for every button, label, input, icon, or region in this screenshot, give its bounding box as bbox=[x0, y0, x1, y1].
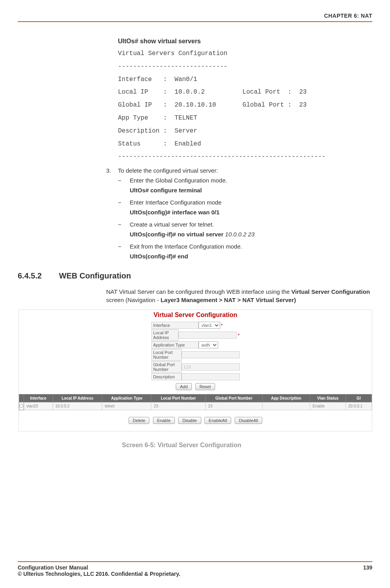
description-input[interactable] bbox=[182, 373, 240, 380]
global-port-label: Global Port Number bbox=[151, 361, 182, 373]
footer-copyright: © Ulterius Technologies, LLC 2016. Confi… bbox=[18, 571, 372, 577]
bullet-dash: − bbox=[118, 243, 130, 250]
section-title: WEB Configuration bbox=[59, 271, 131, 280]
page-footer: Configuration User Manual 139 © Ulterius… bbox=[18, 561, 372, 577]
required-asterisk: * bbox=[220, 323, 223, 328]
app-type-label: Application Type bbox=[151, 341, 199, 348]
step-number: 3. bbox=[106, 167, 118, 174]
radio-icon[interactable] bbox=[19, 404, 23, 408]
add-button[interactable]: Add bbox=[176, 383, 192, 390]
required-asterisk: * bbox=[237, 332, 239, 338]
form-title: Virtual Server Configuration bbox=[19, 310, 372, 319]
cell-localport: 23 bbox=[151, 402, 206, 410]
local-port-input[interactable] bbox=[182, 351, 240, 358]
footer-page-number: 139 bbox=[363, 564, 372, 571]
table-header-gl: Gl bbox=[346, 394, 372, 402]
sub-text: Enter the Global Configuration mode. bbox=[130, 177, 372, 184]
local-ip-input[interactable] bbox=[178, 332, 237, 339]
interface-select[interactable]: vlan1 bbox=[199, 322, 220, 329]
step-text: To delete the configured virtual server: bbox=[118, 167, 372, 174]
terminal-output: Virtual Servers Configuration ----------… bbox=[118, 47, 372, 163]
global-port-input[interactable] bbox=[182, 363, 240, 370]
enable-button[interactable]: Enable bbox=[153, 417, 175, 424]
delete-button[interactable]: Delete bbox=[129, 417, 150, 424]
sub-command: UltOs# configure terminal bbox=[130, 187, 372, 194]
cell-apptype: telnet bbox=[102, 402, 151, 410]
cell-vlanstatus: Enable bbox=[310, 402, 346, 410]
table-header-apptype: Application Type bbox=[102, 394, 151, 402]
cell-appdesc bbox=[262, 402, 310, 410]
disable-button[interactable]: Disable bbox=[178, 417, 201, 424]
table-header-radio bbox=[19, 394, 24, 402]
cell-interface: vlan20 bbox=[24, 402, 53, 410]
sub-text: Create a virtual server for telnet. bbox=[130, 221, 372, 228]
table-header-globalport: Global Port Number bbox=[206, 394, 263, 402]
disableall-button[interactable]: DisableAll bbox=[235, 417, 263, 424]
cell-gl: 20.0.0.1 bbox=[346, 402, 372, 410]
section-number: 6.4.5.2 bbox=[18, 271, 59, 280]
sub-text: Exit from the Interface Configuration mo… bbox=[130, 243, 372, 250]
figure-caption: Screen 6-5: Virtual Server Configuration bbox=[122, 442, 372, 449]
sub-command: UltOs(config-if)# end bbox=[130, 253, 372, 260]
description-label: Description bbox=[151, 373, 182, 380]
cell-globalport: 23 bbox=[206, 402, 263, 410]
table-header-appdesc: App Description bbox=[262, 394, 310, 402]
app-type-select[interactable]: auth bbox=[199, 341, 218, 348]
cell-localip: 10.0.0.2 bbox=[53, 402, 102, 410]
local-port-label: Local Port Number bbox=[151, 349, 182, 361]
chapter-header: CHAPTER 6: NAT bbox=[18, 13, 372, 21]
bullet-dash: − bbox=[118, 221, 130, 228]
web-screenshot: Virtual Server Configuration Interface v… bbox=[18, 310, 372, 431]
reset-button[interactable]: Reset bbox=[195, 383, 215, 390]
footer-manual-title: Configuration User Manual bbox=[18, 564, 88, 571]
bullet-dash: − bbox=[118, 177, 130, 184]
table-header-localport: Local Port Number bbox=[151, 394, 206, 402]
sub-command: UltOs(config)# interface wan 0/1 bbox=[130, 209, 372, 216]
table-header-localip: Local IP Address bbox=[53, 394, 102, 402]
section-paragraph: NAT Virtual Server can be configured thr… bbox=[106, 288, 372, 304]
sub-text: Enter Interface Configuration mode bbox=[130, 199, 372, 206]
virtual-servers-table: Interface Local IP Address Application T… bbox=[19, 394, 372, 410]
local-ip-label: Local IP Address bbox=[151, 329, 179, 341]
interface-label: Interface bbox=[151, 322, 199, 329]
footer-rule bbox=[18, 561, 372, 562]
table-header-vlanstatus: Vlan Status bbox=[310, 394, 346, 402]
bullet-dash: − bbox=[118, 199, 130, 206]
table-header-interface: Interface bbox=[24, 394, 53, 402]
top-rule bbox=[18, 21, 372, 22]
sub-command: UltOs(config-if)# no virtual server 10.0… bbox=[130, 231, 372, 238]
terminal-command: UltOs# show virtual servers bbox=[118, 38, 372, 45]
table-row[interactable]: vlan20 10.0.0.2 telnet 23 23 Enable 20.0… bbox=[19, 402, 372, 410]
enableall-button[interactable]: EnableAll bbox=[204, 417, 231, 424]
